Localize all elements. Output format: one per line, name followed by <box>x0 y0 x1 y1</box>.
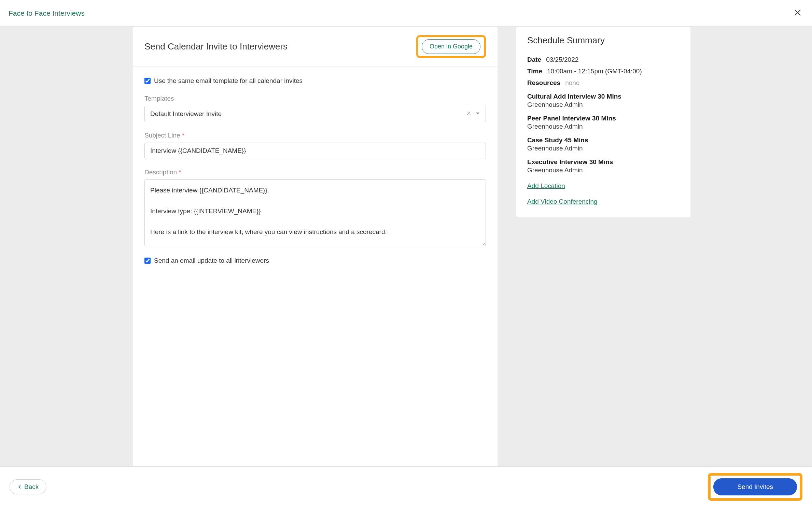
close-button[interactable] <box>792 7 803 19</box>
summary-date-value: 03/25/2022 <box>546 56 578 63</box>
interview-block-0: Cultural Add Interview 30 Mins Greenhous… <box>527 93 680 108</box>
required-star: * <box>179 169 181 176</box>
invite-card: Send Calendar Invite to Interviewers Ope… <box>133 27 498 472</box>
page-title: Face to Face Interviews <box>9 9 85 17</box>
description-label: Description * <box>144 169 486 176</box>
template-select-value: Default Interviewer Invite <box>150 110 222 118</box>
summary-resources-value: none <box>565 79 579 87</box>
description-textarea[interactable] <box>144 179 486 246</box>
template-select-controls <box>466 111 480 117</box>
add-video-conferencing-link[interactable]: Add Video Conferencing <box>527 198 680 205</box>
summary-time-value: 10:00am - 12:15pm (GMT-04:00) <box>547 68 642 75</box>
page-header: Face to Face Interviews <box>0 0 812 27</box>
summary-resources-key: Resources <box>527 79 560 87</box>
summary-resources-row: Resources none <box>527 79 680 87</box>
templates-label: Templates <box>144 95 486 102</box>
interview-interviewer: Greenhouse Admin <box>527 123 680 130</box>
required-star: * <box>182 132 184 139</box>
same-template-checkbox[interactable] <box>144 78 151 84</box>
svg-marker-4 <box>476 113 479 115</box>
interview-interviewer: Greenhouse Admin <box>527 145 680 152</box>
send-update-row: Send an email update to all interviewers <box>144 257 486 264</box>
add-location-link[interactable]: Add Location <box>527 182 680 190</box>
clear-icon[interactable] <box>466 111 471 117</box>
template-select[interactable]: Default Interviewer Invite <box>144 106 486 122</box>
subject-input[interactable] <box>144 143 486 159</box>
interview-block-1: Peer Panel Interview 30 Mins Greenhouse … <box>527 115 680 130</box>
summary-date-row: Date 03/25/2022 <box>527 56 680 63</box>
close-icon <box>794 9 802 17</box>
invite-card-title: Send Calendar Invite to Interviewers <box>144 41 288 52</box>
content-area: Send Calendar Invite to Interviewers Ope… <box>0 27 812 472</box>
summary-time-row: Time 10:00am - 12:15pm (GMT-04:00) <box>527 68 680 75</box>
summary-title: Schedule Summary <box>527 35 680 46</box>
interview-block-2: Case Study 45 Mins Greenhouse Admin <box>527 136 680 152</box>
same-template-row: Use the same email template for all cale… <box>144 77 486 85</box>
highlight-open-google: Open in Google <box>416 35 486 58</box>
interview-block-3: Executive Interview 30 Mins Greenhouse A… <box>527 158 680 174</box>
send-update-checkbox[interactable] <box>144 258 151 264</box>
interview-interviewer: Greenhouse Admin <box>527 101 680 108</box>
open-in-google-button[interactable]: Open in Google <box>422 39 480 54</box>
interview-title: Case Study 45 Mins <box>527 136 680 144</box>
summary-date-key: Date <box>527 56 541 63</box>
interview-interviewer: Greenhouse Admin <box>527 166 680 174</box>
interview-title: Cultural Add Interview 30 Mins <box>527 93 680 100</box>
footer-bar: Back Send Invites <box>0 466 812 472</box>
same-template-label: Use the same email template for all cale… <box>154 77 303 85</box>
invite-card-body: Use the same email template for all cale… <box>133 67 498 278</box>
summary-card: Schedule Summary Date 03/25/2022 Time 10… <box>516 27 690 217</box>
subject-label: Subject Line * <box>144 132 486 139</box>
interview-title: Executive Interview 30 Mins <box>527 158 680 166</box>
layout: Send Calendar Invite to Interviewers Ope… <box>71 27 741 472</box>
send-update-label: Send an email update to all interviewers <box>154 257 269 264</box>
chevron-down-icon[interactable] <box>475 111 480 117</box>
interview-title: Peer Panel Interview 30 Mins <box>527 115 680 122</box>
invite-card-header: Send Calendar Invite to Interviewers Ope… <box>133 27 498 67</box>
summary-time-key: Time <box>527 68 542 75</box>
